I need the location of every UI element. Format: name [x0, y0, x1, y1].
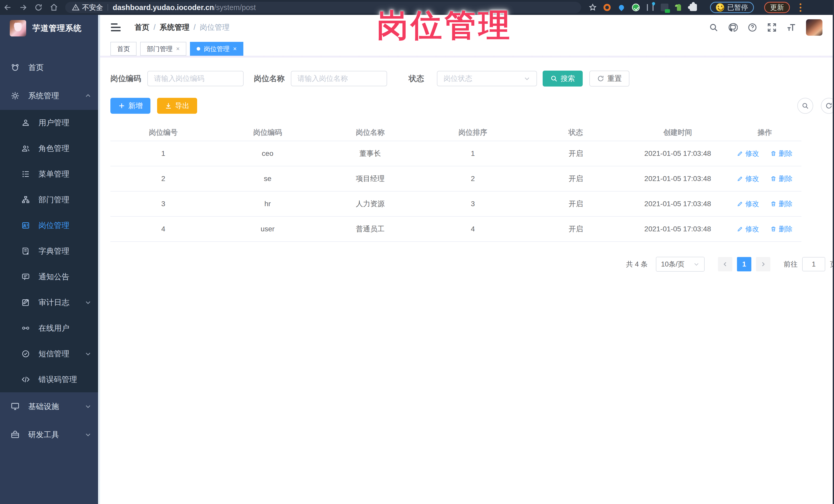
browser-forward-icon[interactable]	[16, 3, 31, 12]
cell-sort: 1	[421, 141, 524, 166]
delete-link[interactable]: 删除	[770, 199, 792, 209]
sidebar-item-notice[interactable]: 通知公告	[0, 264, 100, 290]
sidebar-item-sms[interactable]: 短信管理	[0, 341, 100, 367]
goto-label: 前往	[784, 260, 797, 269]
browser-home-icon[interactable]	[46, 3, 62, 12]
delete-link[interactable]: 删除	[770, 174, 792, 183]
extensions-puzzle-icon[interactable]	[689, 3, 698, 12]
security-indicator[interactable]: 不安全	[72, 3, 103, 12]
add-button[interactable]: 新增	[110, 98, 150, 114]
edit-link[interactable]: 修改	[737, 174, 759, 183]
next-page-button[interactable]	[756, 257, 770, 271]
sidebar-item-label: 首页	[28, 62, 44, 73]
update-button[interactable]: 更新	[764, 2, 790, 13]
help-icon[interactable]	[747, 23, 757, 32]
cell-name: 普通员工	[319, 216, 421, 242]
edit-link[interactable]: 修改	[737, 199, 759, 209]
collapse-sidebar-icon[interactable]	[109, 21, 123, 34]
delete-link[interactable]: 删除	[770, 224, 792, 234]
sidebar-item-online-users[interactable]: 在线用户	[0, 315, 100, 341]
extension-orange-icon[interactable]	[603, 3, 611, 12]
status-label: 状态	[409, 73, 424, 84]
fullscreen-icon[interactable]	[767, 23, 777, 32]
edit-link[interactable]: 修改	[737, 149, 759, 158]
pencil-icon	[737, 151, 743, 157]
posts-table: 岗位编号 岗位编码 岗位名称 岗位排序 状态 创建时间 操作 1 ceo	[110, 124, 802, 242]
search-icon[interactable]	[709, 23, 718, 32]
font-size-icon[interactable]	[787, 23, 796, 32]
sidebar-item-infrastructure[interactable]: 基础设施	[0, 392, 100, 420]
book-icon	[22, 247, 30, 255]
reset-button[interactable]: 重置	[589, 71, 630, 87]
tab-departments[interactable]: 部门管理 ×	[140, 42, 186, 56]
chevron-down-icon	[693, 261, 700, 267]
post-code-input[interactable]	[147, 71, 244, 86]
browser-back-icon[interactable]	[0, 3, 16, 12]
extension-sliders-icon[interactable]	[646, 3, 655, 12]
table-row: 1 ceo 董事长 1 开启 2021-01-05 17:03:48 修改 删除	[110, 141, 802, 166]
sidebar-item-label: 审计日志	[39, 297, 69, 308]
search-button[interactable]: 搜索	[543, 71, 583, 87]
sidebar-item-system[interactable]: 系统管理	[0, 82, 100, 110]
bookmark-star-icon[interactable]	[588, 3, 597, 12]
page-size-select[interactable]: 10条/页	[656, 257, 705, 272]
post-name-input[interactable]	[291, 71, 387, 86]
extension-gif-icon[interactable]	[660, 3, 669, 12]
sidebar-item-users[interactable]: 用户管理	[0, 110, 100, 136]
toolbox-icon	[11, 430, 20, 439]
close-icon[interactable]: ×	[176, 46, 180, 52]
goto-page-input[interactable]	[802, 257, 825, 271]
sidebar-item-posts[interactable]: 岗位管理	[0, 213, 100, 238]
org-tree-icon	[22, 196, 30, 204]
sidebar-item-audit-log[interactable]: 审计日志	[0, 290, 100, 315]
browser-reload-icon[interactable]	[31, 3, 46, 12]
delete-link[interactable]: 删除	[770, 149, 792, 158]
page-number-1[interactable]: 1	[737, 257, 751, 271]
tab-posts[interactable]: 岗位管理 ×	[190, 42, 243, 56]
extension-plant-icon[interactable]	[675, 3, 683, 12]
url-path: /system/post	[214, 3, 256, 12]
close-icon[interactable]: ×	[233, 46, 237, 52]
edit-square-icon	[22, 298, 30, 307]
trash-icon	[770, 201, 776, 207]
paused-badge[interactable]: 已暂停	[710, 2, 754, 13]
col-status: 状态	[524, 124, 627, 141]
sidebar-item-dev-tools[interactable]: 研发工具	[0, 420, 100, 449]
github-icon[interactable]	[728, 23, 738, 32]
export-button[interactable]: 导出	[157, 98, 197, 114]
cell-name: 人力资源	[319, 191, 421, 216]
sidebar-item-label: 短信管理	[39, 349, 69, 359]
table-row: 2 se 项目经理 2 开启 2021-01-05 17:03:48 修改 删除	[110, 166, 802, 191]
app-logo-row[interactable]: 芋道管理系统	[0, 15, 100, 42]
status-select[interactable]: 岗位状态	[437, 71, 537, 86]
sidebar-item-error-codes[interactable]: 错误码管理	[0, 367, 100, 392]
table-row: 4 user 普通员工 4 开启 2021-01-05 17:03:48 修改 …	[110, 216, 802, 242]
tab-home[interactable]: 首页	[110, 42, 136, 56]
col-post-code: 岗位编码	[216, 124, 319, 141]
avatar[interactable]	[806, 19, 822, 36]
sidebar-item-dict[interactable]: 字典管理	[0, 238, 100, 264]
browser-menu-icon[interactable]	[799, 3, 802, 12]
cell-created: 2021-01-05 17:03:48	[627, 141, 728, 166]
cell-sort: 4	[421, 216, 524, 242]
chevron-down-icon	[85, 299, 91, 306]
extension-pin-icon[interactable]	[617, 3, 626, 12]
prev-page-button[interactable]	[718, 257, 732, 271]
breadcrumb-home[interactable]: 首页	[134, 22, 149, 32]
breadcrumb-system[interactable]: 系统管理	[160, 22, 190, 32]
cell-sort: 3	[421, 191, 524, 216]
extension-check-icon[interactable]	[632, 3, 640, 12]
edit-link[interactable]: 修改	[737, 224, 759, 234]
sidebar-item-roles[interactable]: 角色管理	[0, 136, 100, 161]
sidebar-scrollbar[interactable]	[98, 15, 100, 504]
sidebar-item-label: 基础设施	[28, 401, 59, 412]
sidebar-item-home[interactable]: 首页	[0, 53, 100, 82]
cell-name: 项目经理	[319, 166, 421, 191]
sidebar-item-menus[interactable]: 菜单管理	[0, 161, 100, 187]
cell-id: 2	[110, 166, 216, 191]
refresh-table-button[interactable]	[821, 98, 834, 114]
toggle-search-button[interactable]	[797, 98, 813, 114]
sidebar-item-departments[interactable]: 部门管理	[0, 187, 100, 213]
cell-id: 3	[110, 191, 216, 216]
sidebar-item-label: 角色管理	[39, 143, 69, 154]
